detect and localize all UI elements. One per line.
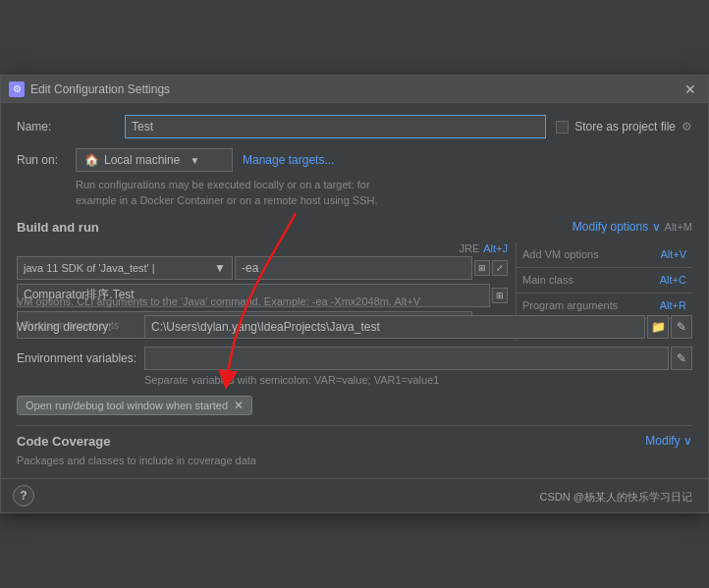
name-label: Name: — [17, 120, 125, 134]
env-vars-row: Environment variables: ✎ — [17, 347, 692, 370]
dialog-icon: ⚙ — [9, 81, 25, 97]
vm-expand-icon[interactable]: ⊞ — [474, 260, 490, 276]
tag-close-button[interactable]: ✕ — [234, 399, 244, 412]
env-vars-label: Environment variables: — [17, 351, 144, 365]
run-on-section: Run on: 🏠 Local machine ▼ Manage targets… — [17, 148, 692, 208]
main-class-expand-icon[interactable]: ⊞ — [492, 288, 508, 303]
store-label: Store as project file — [574, 120, 676, 134]
run-on-value: Local machine — [104, 153, 180, 167]
code-coverage-title: Code Coverage — [17, 434, 110, 449]
sdk-dropdown[interactable]: java 11 SDK of 'Java_test' | ▼ — [17, 256, 233, 280]
store-checkbox-area: Store as project file ⚙ — [556, 120, 692, 134]
dialog-content: Name: Store as project file ⚙ Run on: 🏠 … — [1, 103, 708, 478]
dialog-title: Edit Configuration Settings — [30, 82, 681, 96]
house-icon: 🏠 — [84, 153, 98, 167]
main-class-hint-row: Main class Alt+C — [517, 268, 692, 294]
store-checkbox[interactable] — [556, 121, 569, 134]
working-dir-label: Working directory: — [17, 320, 144, 334]
run-on-dropdown[interactable]: 🏠 Local machine ▼ — [76, 148, 233, 172]
code-coverage-modify-link[interactable]: Modify ∨ — [645, 434, 692, 448]
run-on-label: Run on: — [17, 153, 76, 167]
prog-args-shortcut: Alt+R — [660, 299, 686, 311]
code-coverage-header: Code Coverage Modify ∨ — [17, 434, 692, 449]
jre-label-row: JRE Alt+J — [17, 242, 508, 254]
env-vars-edit-icon[interactable]: ✎ — [671, 347, 692, 370]
run-on-description: Run configurations may be executed local… — [17, 178, 692, 208]
bottom-bar: ? — [1, 478, 708, 512]
sdk-row: java 11 SDK of 'Java_test' | ▼ ⊞ ⤢ — [17, 256, 508, 280]
code-coverage-section: Code Coverage Modify ∨ Packages and clas… — [17, 425, 692, 466]
jre-label: JRE — [459, 242, 479, 254]
open-tool-window-tag: Open run/debug tool window when started … — [17, 396, 252, 415]
modify-options-link[interactable]: Modify options ∨ — [573, 220, 661, 234]
vm-options-container: ⊞ ⤢ — [235, 256, 508, 280]
modify-shortcut: Alt+M — [665, 221, 692, 233]
title-bar: ⚙ Edit Configuration Settings ✕ — [1, 76, 708, 103]
env-vars-input[interactable] — [144, 347, 669, 370]
name-input[interactable] — [125, 115, 546, 138]
sdk-value: java 11 SDK of 'Java_test' | — [24, 262, 155, 274]
manage-targets-link[interactable]: Manage targets... — [243, 153, 334, 167]
main-class-shortcut: Alt+C — [660, 274, 686, 286]
working-dir-folder-icon[interactable]: 📁 — [647, 315, 669, 339]
jre-shortcut: Alt+J — [483, 242, 508, 254]
separator-hint: Separate variables with semicolon: VAR=v… — [144, 374, 692, 386]
add-vm-hint-text: Add VM options — [522, 248, 599, 260]
main-class-hint-text: Main class — [522, 274, 573, 286]
working-dir-input[interactable] — [144, 315, 645, 339]
build-run-header: Build and run Modify options ∨ Alt+M — [17, 220, 692, 235]
gear-icon[interactable]: ⚙ — [682, 120, 692, 134]
name-row: Name: Store as project file ⚙ — [17, 115, 692, 138]
help-button[interactable]: ? — [13, 485, 34, 507]
sdk-arrow-icon: ▼ — [214, 261, 226, 275]
add-vm-shortcut: Alt+V — [660, 248, 686, 260]
dropdown-arrow-icon: ▼ — [190, 155, 199, 166]
working-dir-edit-icon[interactable]: ✎ — [671, 315, 692, 339]
close-button[interactable]: ✕ — [681, 80, 700, 99]
vm-options-input[interactable] — [235, 256, 472, 280]
prog-args-hint-text: Program arguments — [522, 299, 618, 311]
packages-text: Packages and classes to include in cover… — [17, 454, 692, 466]
run-on-row: Run on: 🏠 Local machine ▼ Manage targets… — [17, 148, 692, 172]
vm-fullscreen-icon[interactable]: ⤢ — [492, 260, 508, 276]
add-vm-hint-row: Add VM options Alt+V — [517, 242, 692, 268]
build-run-title: Build and run — [17, 220, 99, 235]
tag-text: Open run/debug tool window when started — [26, 400, 228, 411]
